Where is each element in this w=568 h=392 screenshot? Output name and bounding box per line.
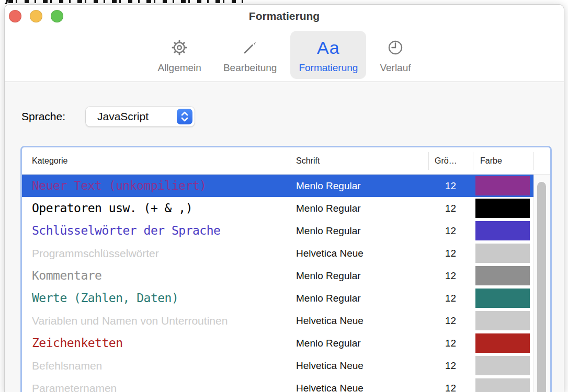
table-row[interactable]: Kommentare Menlo Regular 12 [22, 264, 533, 287]
color-swatch[interactable] [475, 333, 530, 353]
row-font: Menlo Regular [296, 220, 361, 242]
row-font: Menlo Regular [296, 264, 361, 287]
table-row[interactable]: Schlüsselwörter der Sprache Menlo Regula… [22, 220, 533, 242]
table-row[interactable]: Programmschlüsselwörter Helvetica Neue 1… [22, 242, 533, 264]
row-size: 12 [428, 264, 473, 287]
row-size: 12 [428, 354, 473, 377]
row-font: Menlo Regular [296, 287, 361, 309]
tab-label: Allgemein [157, 62, 201, 74]
row-size: 12 [428, 197, 473, 220]
color-swatch[interactable] [475, 199, 530, 218]
column-separator [428, 152, 429, 170]
background-glyph-arc [0, 0, 8, 4]
language-label: Sprache: [21, 107, 65, 126]
row-size: 12 [428, 242, 473, 264]
pencil-icon [241, 34, 259, 61]
gear-icon [171, 34, 188, 61]
color-swatch[interactable] [475, 378, 530, 392]
toolbar: Allgemein Bearbeitung Aa Formatierung [5, 31, 564, 79]
color-swatch[interactable] [475, 176, 530, 195]
language-popup-value: JavaScript [97, 107, 149, 126]
window-title: Formatierung [5, 5, 564, 28]
column-header-schrift[interactable]: Schrift [296, 147, 320, 175]
color-swatch[interactable] [475, 356, 530, 375]
scrollbar-track[interactable] [534, 175, 550, 392]
table-row[interactable]: Werte (Zahlen, Daten) Menlo Regular 12 [22, 287, 533, 309]
row-size: 12 [428, 175, 473, 197]
table-row[interactable]: Neuer Text (unkompiliert) Menlo Regular … [22, 175, 533, 197]
row-font: Menlo Regular [296, 175, 361, 197]
column-separator [473, 152, 473, 170]
color-swatch[interactable] [475, 311, 530, 330]
column-header-farbe[interactable]: Farbe [480, 147, 502, 175]
row-category: Werte (Zahlen, Daten) [32, 287, 178, 309]
row-category: Zeichenketten [32, 332, 123, 354]
clock-icon [387, 34, 404, 61]
background-glyph-dashes [8, 0, 244, 3]
row-category: Programmschlüsselwörter [32, 242, 159, 264]
row-size: 12 [428, 220, 473, 242]
table-row[interactable]: Parameternamen Helvetica Neue 12 [22, 377, 533, 392]
row-font: Helvetica Neue [296, 242, 363, 264]
row-font: Helvetica Neue [296, 309, 363, 332]
row-category: Kommentare [32, 264, 101, 287]
row-category: Operatoren usw. (+ & ,) [32, 197, 192, 220]
table-body: Neuer Text (unkompiliert) Menlo Regular … [22, 175, 550, 392]
settings-content: Sprache: JavaScript Kategorie Schrift Gr… [5, 82, 564, 392]
tab-bearbeitung[interactable]: Bearbeitung [215, 31, 285, 79]
row-category: Befehlsnamen [32, 354, 102, 377]
row-size: 12 [428, 332, 473, 354]
row-category: Schlüsselwörter der Sprache [32, 220, 220, 242]
row-category: Neuer Text (unkompiliert) [32, 175, 207, 197]
color-swatch[interactable] [475, 244, 530, 263]
table-row[interactable]: Befehlsnamen Helvetica Neue 12 [22, 354, 533, 377]
row-font: Helvetica Neue [296, 377, 363, 392]
popup-chevrons-icon[interactable] [177, 109, 192, 124]
color-swatch[interactable] [475, 266, 530, 285]
tab-label: Verlauf [380, 62, 411, 74]
color-swatch[interactable] [475, 221, 530, 240]
row-category: Parameternamen [32, 377, 117, 392]
language-popup-button[interactable]: JavaScript [86, 107, 195, 126]
column-header-groesse[interactable]: Grö… [435, 147, 457, 175]
table-row[interactable]: Zeichenketten Menlo Regular 12 [22, 332, 533, 354]
scrollbar-thumb[interactable] [537, 182, 546, 392]
table-row[interactable]: Variablen und Namen von Unterroutinen He… [22, 309, 533, 332]
table-header: Kategorie Schrift Grö… Farbe [22, 147, 550, 175]
tab-formatierung[interactable]: Aa Formatierung [290, 31, 366, 79]
row-size: 12 [428, 309, 473, 332]
row-font: Menlo Regular [296, 332, 361, 354]
row-size: 12 [428, 287, 473, 309]
row-category: Variablen und Namen von Unterroutinen [32, 309, 228, 332]
column-header-kategorie[interactable]: Kategorie [32, 147, 68, 175]
format-table: Kategorie Schrift Grö… Farbe Neuer Text … [20, 146, 552, 392]
row-size: 12 [428, 377, 473, 392]
aa-glyph-icon: Aa [317, 34, 340, 61]
row-font: Helvetica Neue [296, 354, 363, 377]
tab-allgemein[interactable]: Allgemein [149, 31, 209, 79]
color-swatch[interactable] [475, 289, 530, 308]
tab-label: Formatierung [299, 62, 358, 74]
column-separator [533, 152, 534, 170]
table-row[interactable]: Operatoren usw. (+ & ,) Menlo Regular 12 [22, 197, 533, 220]
background-text-fragments [0, 0, 246, 4]
preferences-window: Formatierung Allgemein [4, 4, 564, 392]
tab-verlauf[interactable]: Verlauf [371, 31, 419, 79]
column-separator [290, 152, 290, 170]
row-font: Menlo Regular [296, 197, 361, 220]
tab-label: Bearbeitung [223, 62, 277, 74]
